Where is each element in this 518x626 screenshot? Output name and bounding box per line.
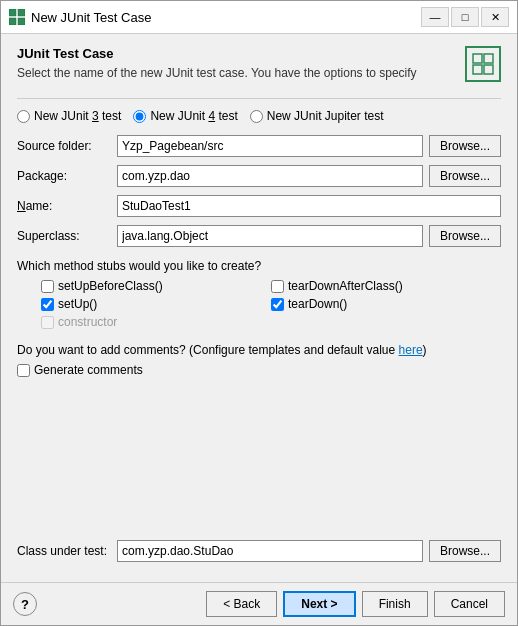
svg-rect-2	[9, 18, 16, 25]
svg-rect-0	[9, 9, 16, 16]
header-title: JUnit Test Case	[17, 46, 455, 61]
constructor-label: constructor	[41, 315, 271, 329]
class-under-test-row: Class under test: Browse...	[17, 540, 501, 562]
junit-version-radio-group: New JUnit 3 test New JUnit 4 test New JU…	[17, 109, 501, 123]
minimize-button[interactable]: —	[421, 7, 449, 27]
junit4-radio[interactable]	[133, 110, 146, 123]
setup-before-class-label[interactable]: setUpBeforeClass()	[41, 279, 271, 293]
superclass-row: Superclass: Browse...	[17, 225, 501, 247]
footer-left: ?	[13, 592, 37, 616]
name-input[interactable]	[117, 195, 501, 217]
teardown-after-class-checkbox[interactable]	[271, 280, 284, 293]
jupiter-radio-label[interactable]: New JUnit Jupiter test	[250, 109, 384, 123]
setup-label[interactable]: setUp()	[41, 297, 271, 311]
setup-checkbox[interactable]	[41, 298, 54, 311]
header-divider	[17, 98, 501, 99]
window: New JUnit Test Case — □ ✕ JUnit Test Cas…	[0, 0, 518, 626]
class-under-test-input[interactable]	[117, 540, 423, 562]
teardown-after-class-label[interactable]: tearDownAfterClass()	[271, 279, 501, 293]
generate-comments-checkbox[interactable]	[17, 364, 30, 377]
title-bar-controls: — □ ✕	[421, 7, 509, 27]
name-row: Name:	[17, 195, 501, 217]
svg-rect-3	[18, 18, 25, 25]
method-stubs-checkboxes: setUpBeforeClass() tearDownAfterClass() …	[41, 279, 501, 329]
header-text: JUnit Test Case Select the name of the n…	[17, 46, 455, 82]
title-bar: New JUnit Test Case — □ ✕	[1, 1, 517, 34]
back-button[interactable]: < Back	[206, 591, 277, 617]
teardown-label[interactable]: tearDown()	[271, 297, 501, 311]
junit3-radio-label[interactable]: New JUnit 3 test	[17, 109, 121, 123]
help-button[interactable]: ?	[13, 592, 37, 616]
class-under-test-label: Class under test:	[17, 544, 117, 558]
class-under-test-browse-button[interactable]: Browse...	[429, 540, 501, 562]
cancel-button[interactable]: Cancel	[434, 591, 505, 617]
title-bar-left: New JUnit Test Case	[9, 9, 151, 25]
finish-button[interactable]: Finish	[362, 591, 428, 617]
close-button[interactable]: ✕	[481, 7, 509, 27]
junit-icon	[465, 46, 501, 82]
teardown-checkbox[interactable]	[271, 298, 284, 311]
name-label: Name:	[17, 199, 117, 213]
constructor-checkbox	[41, 316, 54, 329]
footer: ? < Back Next > Finish Cancel	[1, 582, 517, 625]
svg-rect-4	[473, 54, 482, 63]
footer-right: < Back Next > Finish Cancel	[206, 591, 505, 617]
window-icon	[9, 9, 25, 25]
package-input[interactable]	[117, 165, 423, 187]
superclass-label: Superclass:	[17, 229, 117, 243]
superclass-browse-button[interactable]: Browse...	[429, 225, 501, 247]
next-button[interactable]: Next >	[283, 591, 355, 617]
source-folder-input[interactable]	[117, 135, 423, 157]
jupiter-radio[interactable]	[250, 110, 263, 123]
svg-rect-7	[484, 65, 493, 74]
package-browse-button[interactable]: Browse...	[429, 165, 501, 187]
package-row: Package: Browse...	[17, 165, 501, 187]
setup-before-class-checkbox[interactable]	[41, 280, 54, 293]
source-folder-label: Source folder:	[17, 139, 117, 153]
comments-description: Do you want to add comments? (Configure …	[17, 343, 501, 357]
junit4-radio-label[interactable]: New JUnit 4 test	[133, 109, 237, 123]
package-label: Package:	[17, 169, 117, 183]
header-section: JUnit Test Case Select the name of the n…	[17, 46, 501, 82]
method-stubs-label: Which method stubs would you like to cre…	[17, 259, 501, 273]
superclass-input[interactable]	[117, 225, 423, 247]
svg-rect-5	[484, 54, 493, 63]
window-title: New JUnit Test Case	[31, 10, 151, 25]
source-folder-browse-button[interactable]: Browse...	[429, 135, 501, 157]
header-description: Select the name of the new JUnit test ca…	[17, 65, 455, 82]
maximize-button[interactable]: □	[451, 7, 479, 27]
here-link[interactable]: here	[399, 343, 423, 357]
svg-rect-6	[473, 65, 482, 74]
comments-section: Do you want to add comments? (Configure …	[17, 343, 501, 377]
source-folder-row: Source folder: Browse...	[17, 135, 501, 157]
main-content: JUnit Test Case Select the name of the n…	[1, 34, 517, 582]
svg-rect-1	[18, 9, 25, 16]
junit3-radio[interactable]	[17, 110, 30, 123]
generate-comments-label[interactable]: Generate comments	[17, 363, 501, 377]
